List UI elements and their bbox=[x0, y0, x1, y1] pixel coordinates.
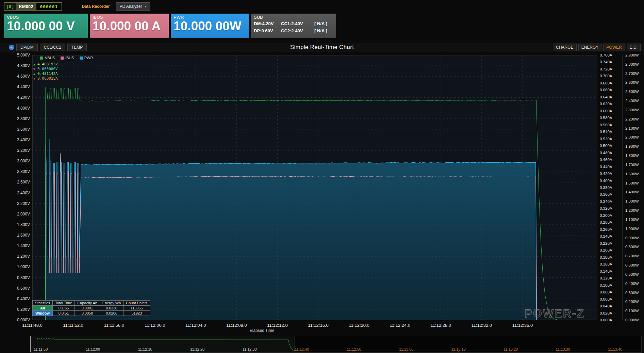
current-axis-label: 0.380A bbox=[600, 186, 612, 190]
current-axis-label: 0.220A bbox=[600, 241, 612, 245]
current-axis-label: 0.440A bbox=[600, 165, 612, 169]
navigator-canvas[interactable] bbox=[30, 336, 641, 352]
pwr-card: PWR 10.000 00W bbox=[171, 14, 249, 38]
voltage-axis-label: 3.400V bbox=[17, 138, 30, 142]
sub-label: SUB bbox=[254, 15, 333, 20]
stats-row-all: All 0:1:55 0.0081 0.0338 115955 bbox=[33, 306, 150, 311]
current-axis-label: 0.140A bbox=[600, 269, 612, 273]
nav-time-label: 11:12:20 bbox=[190, 347, 204, 351]
voltage-axis-label: 1.200V bbox=[17, 254, 30, 259]
vbus-max-value: 4.408193V bbox=[37, 62, 58, 66]
voltage-axis-label: 0.600V bbox=[17, 286, 30, 291]
vbus-min-value: 0.000000V bbox=[37, 67, 58, 71]
device-model: KM002 bbox=[16, 3, 36, 10]
current-axis-label: 0.020A bbox=[600, 311, 612, 315]
stats-header: Total Time bbox=[53, 301, 75, 306]
voltage-axis-label: 0.000V bbox=[17, 318, 30, 322]
chart-canvas[interactable]: 5.000V4.800V4.600V4.400V4.200V4.000V3.80… bbox=[0, 52, 644, 336]
nav-time-label: 11:12:00 bbox=[86, 347, 100, 351]
chart-area: 5.000V4.800V4.600V4.400V4.200V4.000V3.80… bbox=[0, 52, 644, 336]
nav-time-label: 11:13:10 bbox=[451, 347, 466, 351]
power-axis-label: 0.200W bbox=[625, 300, 639, 304]
up-arrow-icon: ▲ bbox=[33, 63, 35, 66]
stats-header: Capacity Ah bbox=[75, 301, 100, 306]
power-axis-label: 0.500W bbox=[625, 272, 639, 276]
tab-dpdm[interactable]: DP/DM bbox=[16, 44, 38, 51]
time-axis-label: 11:12:12.0 bbox=[267, 323, 287, 328]
current-axis-label: 0.480A bbox=[600, 151, 612, 155]
right-tabs: CHARGE ENERGY POWER E.D. bbox=[553, 44, 641, 51]
app-window: [0] KM002 000001 Data Recorder PD Analyz… bbox=[0, 0, 644, 353]
sub-card: SUB DM:4.20V CC1:2.40V [ N/A ] DP:0.60V … bbox=[251, 14, 336, 38]
stats-header-row: Statistics Total Time Capacity Ah Energy… bbox=[33, 301, 150, 306]
voltage-axis-label: 3.600V bbox=[17, 127, 30, 132]
tab-charge[interactable]: CHARGE bbox=[553, 44, 576, 51]
tab-ed[interactable]: E.D. bbox=[627, 44, 641, 51]
device-badge[interactable]: [0] KM002 000001 bbox=[4, 2, 62, 11]
metric-cards: VBUS 10.000 00 V IBUS 10.000 00 A PWR 10… bbox=[4, 14, 336, 38]
timeline-navigator[interactable]: 11:11:5011:12:0011:12:1011:12:2011:12:30… bbox=[30, 336, 642, 353]
stats-header: Statistics bbox=[33, 301, 53, 306]
voltage-axis-label: 1.800V bbox=[17, 222, 30, 227]
current-axis-label: 0.060A bbox=[600, 297, 612, 301]
voltage-axis-label: 1.600V bbox=[17, 233, 30, 238]
power-axis-label: 2.100W bbox=[625, 126, 639, 130]
minmax-readouts: ▲ 4.408193V ▼ 0.000000V ▲ 0.481142A ▼ 0.… bbox=[33, 62, 58, 81]
power-axis-label: 2.500W bbox=[625, 90, 639, 94]
power-axis-label: 0.100W bbox=[625, 309, 639, 313]
voltage-axis-label: 2.800V bbox=[17, 169, 30, 174]
pwr-area-fill bbox=[32, 139, 596, 320]
nav-time-label: 11:13:40 bbox=[608, 347, 622, 351]
tab-cc1cc2[interactable]: CC1/CC2 bbox=[40, 44, 65, 51]
legend-pwr[interactable]: PWR bbox=[80, 56, 93, 60]
tab-temp[interactable]: TEMP bbox=[67, 44, 87, 51]
power-axis-label: 0.800W bbox=[625, 245, 639, 249]
down-arrow-icon: ▼ bbox=[33, 77, 35, 80]
statistics-table: Statistics Total Time Capacity Ah Energy… bbox=[32, 300, 150, 316]
power-axis-label: 1.200W bbox=[625, 208, 639, 212]
pd-analyzer-dropdown[interactable]: PD Analyzer ▾ bbox=[116, 2, 150, 11]
current-axis-label: 0.540A bbox=[600, 130, 612, 134]
current-axis-label: 0.100A bbox=[600, 283, 612, 287]
current-axis-label: 0.180A bbox=[600, 255, 612, 259]
chevron-down-icon: ▾ bbox=[145, 5, 146, 8]
time-axis-label: 11:12:36.0 bbox=[512, 323, 533, 328]
app-icon[interactable]: ∿ bbox=[9, 45, 14, 50]
sub-cc2-na: [ N/A ] bbox=[314, 28, 336, 33]
tab-power[interactable]: POWER bbox=[603, 44, 625, 51]
stats-header: Count Points bbox=[123, 301, 150, 306]
voltage-axis-label: 4.800V bbox=[17, 63, 30, 68]
current-axis-label: 0.660A bbox=[600, 88, 612, 92]
stats-cell: 115955 bbox=[123, 306, 150, 311]
legend-ibus[interactable]: IBUS bbox=[61, 56, 74, 60]
stats-cell: 0.0050 bbox=[75, 311, 100, 316]
data-recorder-label[interactable]: Data Recorder bbox=[82, 4, 110, 9]
power-axis-label: 1.800W bbox=[625, 154, 639, 158]
stats-cell: 51923 bbox=[123, 311, 150, 316]
current-axis-label: 0.240A bbox=[600, 234, 612, 238]
legend-vbus[interactable]: VBUS bbox=[40, 56, 55, 60]
current-axis-label: 0.280A bbox=[600, 220, 612, 224]
power-axis-label: 0.600W bbox=[625, 263, 639, 267]
current-axis-label: 0.040A bbox=[600, 304, 612, 308]
vbus-min-readout: ▼ 0.000000V bbox=[33, 67, 58, 71]
power-axis-label: 0.700W bbox=[625, 254, 639, 258]
time-axis-label: 11:12:16.0 bbox=[308, 323, 328, 328]
current-axis-label: 0.600A bbox=[600, 109, 612, 113]
down-arrow-icon: ▼ bbox=[33, 67, 35, 71]
voltage-axis-label: 4.600V bbox=[17, 74, 30, 79]
power-axis-label: 2.600W bbox=[625, 80, 639, 84]
time-axis-label: 11:12:20.0 bbox=[349, 323, 369, 328]
power-axis-label: 1.000W bbox=[625, 227, 639, 231]
sub-cc2-value: CC2:2.40V bbox=[281, 28, 314, 33]
stats-cell: 0.0081 bbox=[75, 306, 100, 311]
voltage-axis-label: 0.800V bbox=[17, 275, 30, 280]
stats-cell: 0.0338 bbox=[100, 306, 123, 311]
ibus-swatch-icon bbox=[61, 57, 64, 60]
time-axis-label: 11:12:08.0 bbox=[226, 323, 247, 328]
power-axis-label: 2.000W bbox=[625, 135, 639, 139]
voltage-axis-label: 3.000V bbox=[17, 159, 30, 163]
tab-energy[interactable]: ENERGY bbox=[578, 44, 602, 51]
stats-row-name: All bbox=[33, 306, 53, 311]
x-axis-title: Elapsed Time bbox=[0, 328, 524, 333]
